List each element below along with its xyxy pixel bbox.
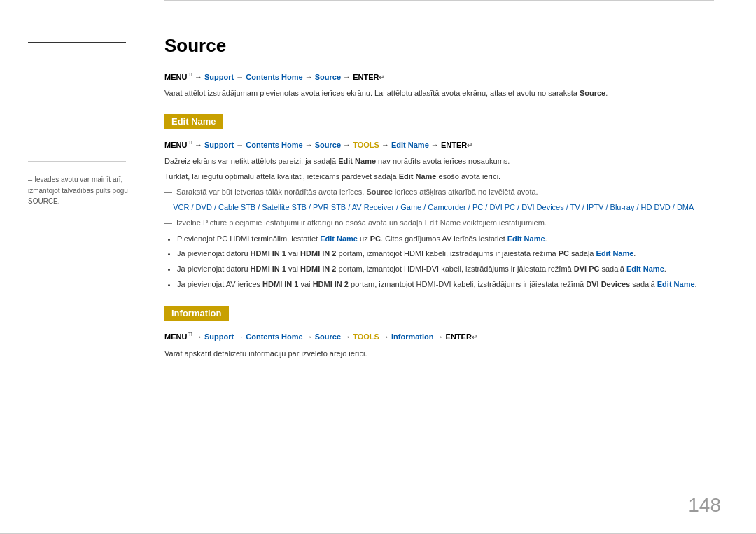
top-divider: [164, 0, 714, 1]
sidebar-note: – Ievades avotu var mainīt arī, izmantoj…: [28, 174, 147, 206]
information-heading: Information: [164, 306, 229, 321]
edit-name-note1: — Sarakstā var būt ietvertas tālāk norād…: [164, 186, 714, 198]
information-menu-path: MENUm → Support → Contents Home → Source…: [164, 329, 714, 343]
information-heading-wrapper: Information: [164, 295, 714, 329]
edit-name-desc2: Turklāt, lai iegūtu optimālu attēla kval…: [164, 171, 714, 183]
bullet-item-2: Ja pievienojat datoru HDMI IN 1 vai HDMI…: [177, 248, 714, 260]
source-menu-path: MENUm → Support → Contents Home → Source…: [164, 69, 714, 83]
bullet-item-4: Ja pievienojat AV ierīces HDMI IN 1 vai …: [177, 279, 714, 291]
source-description: Varat attēlot izstrādājumam pievienotas …: [164, 87, 714, 100]
page-number: 148: [688, 494, 721, 517]
information-description: Varat apskatīt detalizētu informāciju pa…: [164, 348, 714, 360]
sidebar-dash: –: [28, 175, 34, 183]
bullet-item-3: Ja pievienojat datoru HDMI IN 1 vai HDMI…: [177, 263, 714, 276]
main-content: Source MENUm → Support → Contents Home →…: [164, 35, 714, 363]
bullet-item-1: Pievienojot PC HDMI terminālim, iestatie…: [177, 233, 714, 246]
edit-name-heading-wrapper: Edit Name: [164, 103, 714, 137]
edit-name-desc1: Dažreiz ekrāns var netikt attēlots parei…: [164, 155, 714, 168]
sidebar: – Ievades avotu var mainīt arī, izmantoj…: [28, 0, 161, 534]
page-title: Source: [164, 35, 714, 57]
device-list: VCR / DVD / Cable STB / Satellite STB / …: [164, 202, 714, 214]
edit-name-heading: Edit Name: [164, 114, 223, 129]
sidebar-mid-line: [28, 161, 126, 162]
sidebar-top-line: [28, 42, 126, 43]
edit-name-menu-path: MENUm → Support → Contents Home → Source…: [164, 137, 714, 151]
edit-name-note2: — Izvēlnē Picture pieejamie iestatījumi …: [164, 217, 714, 229]
bullet-list: Pievienojot PC HDMI terminālim, iestatie…: [177, 233, 714, 290]
